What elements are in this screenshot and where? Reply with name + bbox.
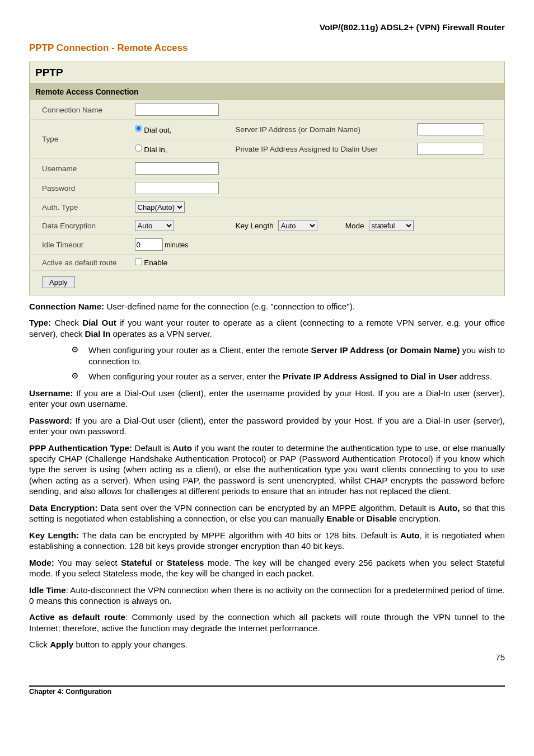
data-enc-select[interactable]: Auto (135, 220, 174, 231)
mode-select[interactable]: stateful (369, 220, 414, 231)
auth-type-label: Auth. Type (30, 198, 130, 217)
type-bullets: When configuring your router as a Client… (29, 345, 505, 382)
key-length-label: Key Length (236, 222, 274, 230)
section-title: PPTP Connection - Remote Access (29, 43, 505, 54)
type-label: Type (30, 120, 130, 159)
dial-in-label: Dial in, (144, 145, 167, 153)
desc-click-apply: Click Apply button to apply your changes… (29, 639, 505, 650)
idle-timeout-unit: minutes (165, 241, 188, 249)
mode-label: Mode (345, 222, 364, 230)
desc-username: Username: If you are a Dial-Out user (cl… (29, 388, 505, 410)
desc-ppp-auth: PPP Authentication Type: Default is Auto… (29, 443, 505, 497)
apply-button[interactable]: Apply (42, 276, 75, 288)
private-ip-input[interactable] (417, 143, 484, 155)
enable-label: Enable (144, 259, 167, 267)
desc-password: Password: If you are a Dial-Out user (cl… (29, 415, 505, 437)
remote-access-head: Remote Access Connection (30, 84, 505, 100)
page-number: 75 (495, 652, 505, 662)
bullet-server: When configuring your router as a server… (72, 371, 505, 382)
connection-name-label: Connection Name (30, 100, 130, 120)
chapter-label: Chapter 4: Configuration (29, 688, 111, 696)
password-input[interactable] (135, 182, 219, 194)
server-ip-label: Server IP Address (or Domain Name) (231, 120, 413, 139)
username-label: Username (30, 159, 130, 179)
default-route-label: Active as default route (30, 255, 130, 271)
desc-idle-time: Idle Time: Auto-disconnect the VPN conne… (29, 585, 505, 607)
dial-in-radio[interactable] (135, 144, 142, 152)
data-enc-label: Data Encryption (30, 217, 130, 235)
bullet-client: When configuring your router as a Client… (72, 345, 505, 367)
desc-connection-name: Connection Name: User-defined name for t… (29, 301, 505, 312)
password-label: Password (30, 179, 130, 198)
auth-type-select[interactable]: Chap(Auto) (135, 201, 185, 213)
desc-data-enc: Data Encryption: Data sent over the VPN … (29, 503, 505, 524)
private-ip-label: Private IP Address Assigned to Dialin Us… (231, 139, 413, 159)
desc-active-route: Active as default route: Commonly used b… (29, 612, 505, 633)
dial-out-label: Dial out, (144, 125, 172, 134)
desc-key-length: Key Length: The data can be encrypted by… (29, 530, 505, 552)
key-length-select[interactable]: Auto (278, 220, 317, 231)
server-ip-input[interactable] (417, 123, 484, 135)
connection-name-input[interactable] (135, 104, 219, 116)
desc-mode: Mode: You may select Stateful or Statele… (29, 557, 505, 579)
pptp-head: PPTP (30, 62, 505, 84)
page-footer: 75 (29, 659, 505, 670)
username-input[interactable] (135, 162, 219, 175)
idle-timeout-input[interactable] (135, 238, 163, 251)
dial-out-radio[interactable] (135, 125, 142, 132)
enable-checkbox[interactable] (135, 258, 142, 265)
product-header: VoIP/(802.11g) ADSL2+ (VPN) Firewall Rou… (29, 22, 505, 32)
idle-timeout-label: Idle Timeout (30, 235, 130, 255)
desc-type: Type: Check Dial Out if you want your ro… (29, 317, 505, 339)
pptp-form-table: PPTP Remote Access Connection Connection… (29, 62, 505, 295)
